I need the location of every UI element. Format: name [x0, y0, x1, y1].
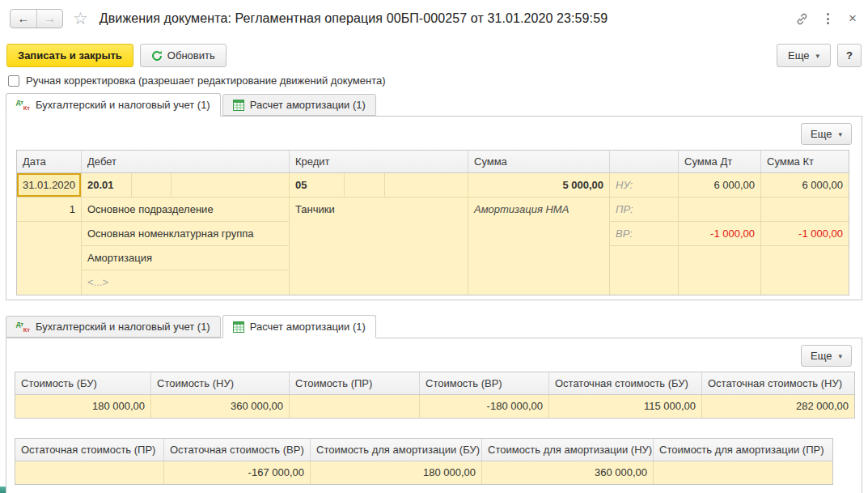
col-header-cost-nu: Стоимость (НУ) [151, 372, 290, 395]
col-header-amort-base-bu: Стоимость для амортизации (БУ) [311, 439, 482, 461]
cell-debit-account[interactable]: 20.01 [82, 173, 132, 198]
more-label: Еще [811, 350, 832, 362]
depreciation-panel: Еще▾ Стоимость (БУ) Стоимость (НУ) Стоим… [6, 338, 862, 493]
back-button[interactable]: ← [11, 10, 36, 28]
cell-cost-pr[interactable] [290, 395, 420, 418]
residual-table: Остаточная стоимость (ПР) Остаточная сто… [15, 438, 833, 485]
manual-adjustment-label: Ручная корректировка (разрешает редактир… [26, 74, 386, 87]
chevron-down-icon: ▾ [838, 352, 842, 360]
cell-amount-dt-vr[interactable]: -1 000,00 [679, 222, 761, 246]
cell-tax-label-pr[interactable]: ПР: [610, 198, 679, 222]
cell-cost-nu[interactable]: 360 000,00 [151, 395, 290, 418]
refresh-label: Обновить [167, 49, 215, 62]
cost-table: Стоимость (БУ) Стоимость (НУ) Стоимость … [15, 372, 855, 419]
tabstrip-movements: ДтКт Бухгалтерский и налоговый учет (1) … [0, 88, 868, 116]
movements-panel: Еще▾ Дата Дебет Кредит Сумма Сумма Дт Су… [6, 116, 862, 300]
cell-amount-dt-pr[interactable] [679, 198, 761, 222]
col-header-residual-vr: Остаточная стоимость (ВР) [164, 439, 311, 461]
cell-tax-label-vr[interactable]: ВР: [610, 222, 679, 246]
cell-debit-analytics-1[interactable]: Основное подразделение [82, 198, 290, 222]
movements-table: Дата Дебет Кредит Сумма Сумма Дт Сумма К… [16, 150, 849, 295]
cell-amount-kt-vr[interactable]: -1 000,00 [761, 222, 849, 246]
cell-tax-label-empty[interactable] [610, 246, 679, 295]
col-header-cost-pr: Стоимость (ПР) [290, 372, 420, 395]
col-header-amount-kt: Сумма Кт [761, 151, 849, 173]
dtkt-icon: ДтКт [16, 321, 30, 334]
table-grid-icon [233, 321, 244, 333]
cell-amort-base-bu[interactable]: 180 000,00 [311, 461, 482, 484]
window-titlebar: ← → ☆ Движения документа: Регламентная о… [0, 0, 868, 37]
cell-amort-base-pr[interactable] [654, 461, 832, 484]
tab-accounting-label: Бухгалтерский и налоговый учет (1) [36, 99, 210, 111]
cell-date-empty[interactable] [17, 222, 82, 295]
cell-credit-analytics[interactable]: Танчики [290, 198, 468, 295]
help-button[interactable]: ? [837, 44, 862, 67]
more-button-depreciation[interactable]: Еще▾ [801, 345, 852, 367]
chevron-down-icon: ▾ [838, 130, 842, 138]
dtkt-icon: ДтКт [16, 99, 30, 112]
cell-amount-dt-nu[interactable]: 6 000,00 [679, 173, 761, 198]
chevron-down-icon: ▾ [815, 52, 819, 60]
cell-credit-sub1[interactable] [345, 173, 385, 198]
col-header-amount-dt: Сумма Дт [679, 151, 761, 173]
cell-residual-bu[interactable]: 115 000,00 [549, 395, 702, 418]
cell-amount-dt-empty[interactable] [679, 246, 761, 295]
save-and-close-button[interactable]: Записать и закрыть [6, 44, 133, 67]
more-button-movements[interactable]: Еще▾ [801, 123, 852, 145]
main-toolbar: Записать и закрыть Обновить Еще▾ ? [0, 37, 868, 67]
col-header-debit: Дебет [82, 151, 290, 173]
manual-adjustment-row: Ручная корректировка (разрешает редактир… [0, 67, 868, 88]
more-label: Еще [811, 128, 832, 140]
forward-button[interactable]: → [36, 10, 62, 28]
tab-accounting-tax-2[interactable]: ДтКт Бухгалтерский и налоговый учет (1) [6, 316, 221, 338]
cell-cost-vr[interactable]: -180 000,00 [420, 395, 549, 418]
tab-depreciation-label: Расчет амортизации (1) [250, 321, 366, 333]
page-title: Движения документа: Регламентная операци… [100, 11, 608, 26]
col-header-residual-nu: Остаточная стоимость (НУ) [702, 372, 854, 395]
tab-depreciation-calc[interactable]: Расчет амортизации (1) [222, 94, 376, 116]
cell-debit-sub1[interactable] [132, 173, 171, 198]
tab-depreciation-label: Расчет амортизации (1) [250, 99, 366, 111]
more-button-toolbar[interactable]: Еще▾ [777, 44, 831, 67]
cell-credit-sub2[interactable] [385, 173, 468, 198]
manual-adjustment-checkbox[interactable] [8, 75, 19, 87]
col-header-credit: Кредит [290, 151, 468, 173]
favorite-star-icon[interactable]: ☆ [73, 9, 88, 28]
cell-tax-label-nu[interactable]: НУ: [610, 173, 679, 198]
cell-credit-account[interactable]: 05 [290, 173, 345, 198]
window-menu-icon[interactable] [824, 11, 832, 26]
table-grid-icon [233, 100, 244, 111]
cell-amount[interactable]: 5 000,00 [468, 173, 610, 198]
tabstrip-depreciation: ДтКт Бухгалтерский и налоговый учет (1) … [0, 310, 868, 338]
col-header-amort-base-pr: Стоимость для амортизации (ПР) [654, 439, 832, 461]
cell-amount-kt-pr[interactable] [761, 198, 849, 222]
col-header-residual-pr: Остаточная стоимость (ПР) [15, 439, 164, 461]
col-header-cost-bu: Стоимость (БУ) [15, 372, 151, 395]
tab-accounting-tax[interactable]: ДтКт Бухгалтерский и налоговый учет (1) [6, 93, 221, 117]
tab-depreciation-calc-2[interactable]: Расчет амортизации (1) [222, 315, 376, 338]
tab-accounting-label: Бухгалтерский и налоговый учет (1) [36, 321, 210, 333]
col-header-cost-vr: Стоимость (ВР) [420, 372, 549, 395]
history-nav: ← → [10, 9, 63, 28]
cell-cost-bu[interactable]: 180 000,00 [15, 395, 151, 418]
cell-amount-caption[interactable]: Амортизация НМА [468, 198, 610, 295]
cell-amort-base-nu[interactable]: 360 000,00 [482, 461, 654, 484]
copy-link-icon[interactable] [795, 12, 809, 26]
more-label: Еще [788, 49, 809, 62]
cell-residual-nu[interactable]: 282 000,00 [702, 395, 854, 418]
cell-debit-analytics-3[interactable]: Амортизация [82, 246, 290, 270]
cell-residual-pr[interactable] [15, 461, 164, 484]
close-icon[interactable]: × [847, 11, 858, 27]
cell-debit-analytics-2[interactable]: Основная номенклатурная группа [82, 222, 290, 246]
refresh-icon [151, 50, 163, 62]
cell-amount-kt-nu[interactable]: 6 000,00 [761, 173, 849, 198]
cell-line-number[interactable]: 1 [17, 198, 82, 222]
col-header-amort-base-nu: Стоимость для амортизации (НУ) [482, 439, 654, 461]
cell-amount-kt-empty[interactable] [761, 246, 849, 295]
cell-date[interactable]: 31.01.2020 [17, 173, 82, 198]
cell-residual-vr[interactable]: -167 000,00 [164, 461, 311, 484]
cell-debit-analytics-4[interactable]: <...> [82, 270, 290, 295]
refresh-button[interactable]: Обновить [140, 44, 227, 67]
col-header-residual-bu: Остаточная стоимость (БУ) [549, 372, 702, 395]
cell-debit-sub2[interactable] [171, 173, 290, 198]
